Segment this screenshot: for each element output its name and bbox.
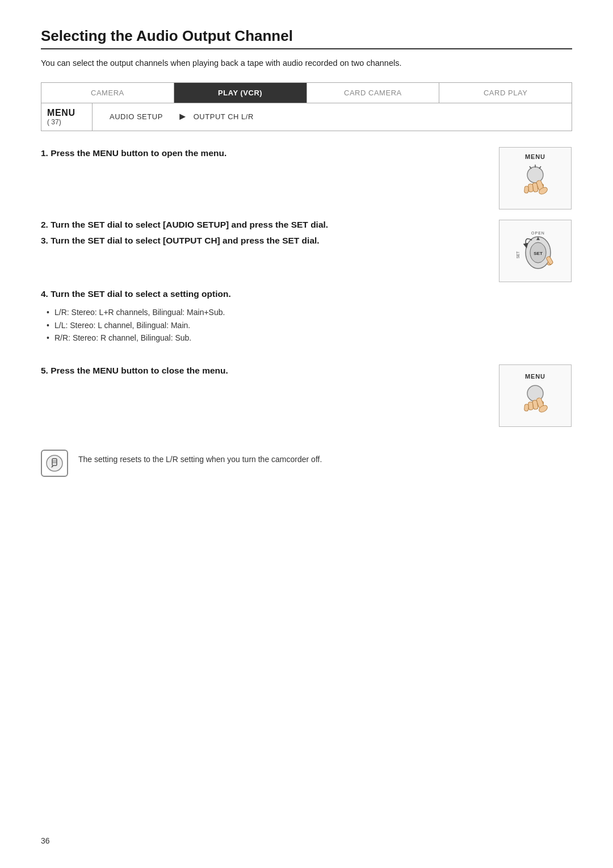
menu-section-left: AUDIO SETUP — [100, 112, 172, 121]
pencil-note-icon — [45, 454, 64, 472]
svg-point-0 — [527, 167, 543, 183]
option-lr: L/R: Stereo: L+R channels, Bilingual: Ma… — [47, 306, 572, 318]
svg-rect-5 — [524, 186, 528, 194]
page-title: Selecting the Audio Output Channel — [41, 27, 572, 49]
step-4-text: 4. Turn the SET dial to select a setting… — [41, 288, 572, 300]
menu-close-icon — [513, 382, 558, 419]
step-4: 4. Turn the SET dial to select a setting… — [41, 288, 572, 355]
intro-text: You can select the output channels when … — [41, 57, 572, 70]
svg-text:SET: SET — [534, 251, 543, 256]
page-number: 36 — [41, 836, 50, 845]
tab-card-play[interactable]: CARD PLAY — [439, 83, 572, 103]
step-5-image: MENU — [498, 364, 572, 427]
note-icon — [41, 450, 68, 477]
options-list: L/R: Stereo: L+R channels, Bilingual: Ma… — [47, 306, 572, 344]
set-dial-icon: SET OPEN SET — [507, 225, 564, 276]
svg-text:SET: SET — [516, 251, 520, 258]
steps-2-3: 2. Turn the SET dial to select [AUDIO SE… — [41, 220, 572, 282]
svg-rect-23 — [524, 404, 528, 412]
menu-press-icon — [513, 162, 558, 203]
note-section: The setting resets to the L/R setting wh… — [41, 444, 572, 477]
menu-ref: ( 37) — [47, 118, 86, 126]
step-5-image-label: MENU — [525, 373, 545, 380]
menu-section-right: OUTPUT CH L/R — [194, 112, 254, 121]
svg-rect-4 — [528, 183, 533, 192]
menu-bar: MENU ( 37) AUDIO SETUP ► OUTPUT CH L/R — [41, 103, 572, 131]
tab-card-camera[interactable]: CARD CAMERA — [307, 83, 440, 103]
step-1-image-label: MENU — [525, 153, 545, 160]
svg-rect-22 — [528, 402, 533, 410]
step-1-text: 1. Press the MENU button to open the men… — [41, 147, 481, 160]
step-3-text: 3. Turn the SET dial to select [OUTPUT C… — [41, 236, 481, 246]
option-ll: L/L: Stereo: L channel, Bilingual: Main. — [47, 319, 572, 332]
step-2-text: 2. Turn the SET dial to select [AUDIO SE… — [41, 220, 481, 230]
note-text: The setting resets to the L/R setting wh… — [78, 450, 322, 466]
menu-label: MENU — [47, 108, 86, 118]
svg-text:OPEN: OPEN — [531, 231, 545, 235]
tab-bar: CAMERA PLAY (VCR) CARD CAMERA CARD PLAY — [41, 82, 572, 103]
tab-camera[interactable]: CAMERA — [41, 83, 174, 103]
menu-arrow-icon: ► — [178, 111, 188, 123]
option-rr: R/R: Stereo: R channel, Bilingual: Sub. — [47, 332, 572, 344]
step-1: 1. Press the MENU button to open the men… — [41, 147, 572, 209]
step-5: 5. Press the MENU button to close the me… — [41, 364, 572, 427]
step-1-image: MENU — [498, 147, 572, 209]
svg-point-25 — [47, 455, 62, 471]
step-5-text: 5. Press the MENU button to close the me… — [41, 364, 481, 377]
tab-play-vcr[interactable]: PLAY (VCR) — [174, 83, 307, 103]
set-dial-image: SET OPEN SET — [498, 220, 572, 282]
